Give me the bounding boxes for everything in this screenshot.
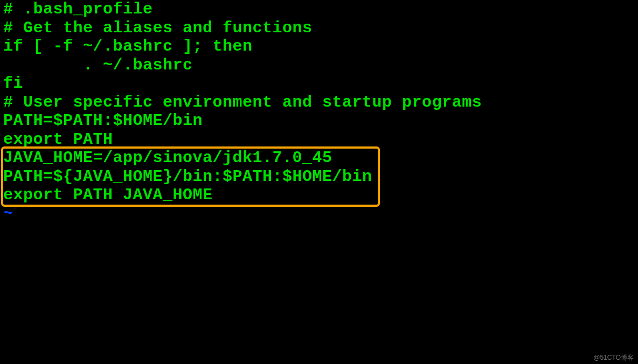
- code-line: if [ -f ~/.bashrc ]; then: [3, 37, 635, 56]
- code-line: export PATH JAVA_HOME: [3, 186, 635, 205]
- terminal-window[interactable]: # .bash_profile # Get the aliases and fu…: [0, 0, 638, 364]
- code-line: . ~/.bashrc: [3, 56, 635, 75]
- code-line: PATH=$PATH:$HOME/bin: [3, 111, 635, 130]
- code-line: # .bash_profile: [3, 0, 635, 19]
- code-line: # User specific environment and startup …: [3, 93, 635, 112]
- code-line: export PATH: [3, 130, 635, 149]
- code-line: fi: [3, 74, 635, 93]
- code-line: PATH=${JAVA_HOME}/bin:$PATH:$HOME/bin: [3, 167, 635, 186]
- vim-tilde-line: ~: [3, 205, 635, 223]
- code-line: # Get the aliases and functions: [3, 19, 635, 38]
- code-line: JAVA_HOME=/app/sinova/jdk1.7.0_45: [3, 149, 635, 167]
- watermark-text: @51CTO博客: [593, 354, 634, 362]
